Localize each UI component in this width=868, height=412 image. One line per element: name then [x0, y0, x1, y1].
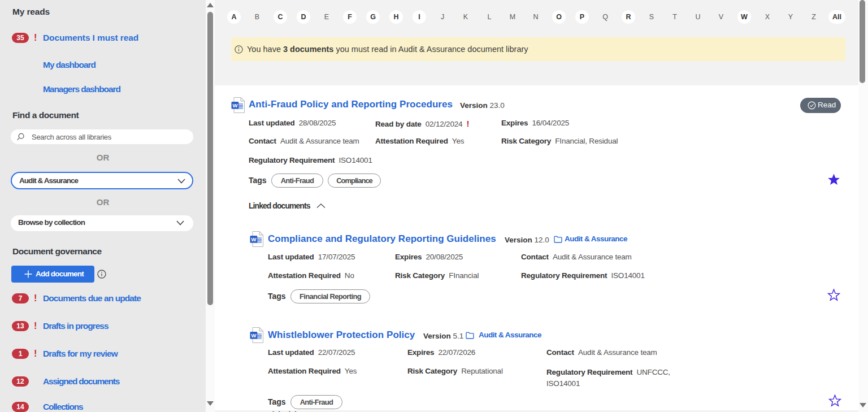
- svg-text:W: W: [232, 102, 237, 109]
- svg-text:W: W: [251, 236, 256, 242]
- svg-text:W: W: [251, 332, 256, 339]
